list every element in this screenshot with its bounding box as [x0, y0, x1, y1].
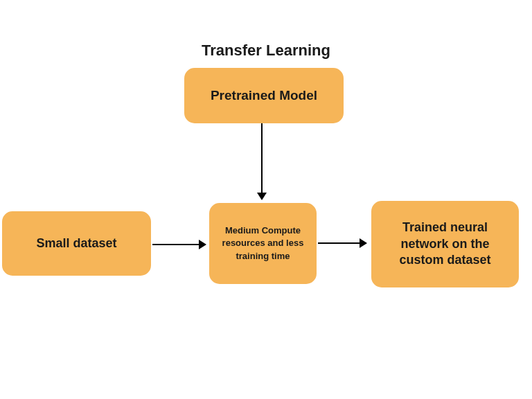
arrow-compute-to-trained [318, 242, 360, 244]
diagram-title: Transfer Learning [202, 42, 330, 60]
node-label: Trained neural network on the custom dat… [378, 220, 512, 268]
node-label: Small dataset [36, 236, 116, 251]
arrow-dataset-to-compute [152, 244, 199, 245]
arrow-head-right-icon [199, 240, 206, 249]
arrow-head-right-icon [360, 238, 367, 248]
node-label: Medium Compute resources and less traini… [216, 224, 310, 263]
node-pretrained-model: Pretrained Model [184, 68, 344, 123]
arrow-head-down-icon [257, 193, 267, 200]
node-label: Pretrained Model [211, 88, 317, 103]
node-small-dataset: Small dataset [2, 211, 151, 276]
node-medium-compute: Medium Compute resources and less traini… [209, 203, 317, 284]
arrow-pretrained-to-compute [261, 123, 263, 193]
node-trained-network: Trained neural network on the custom dat… [371, 201, 519, 287]
